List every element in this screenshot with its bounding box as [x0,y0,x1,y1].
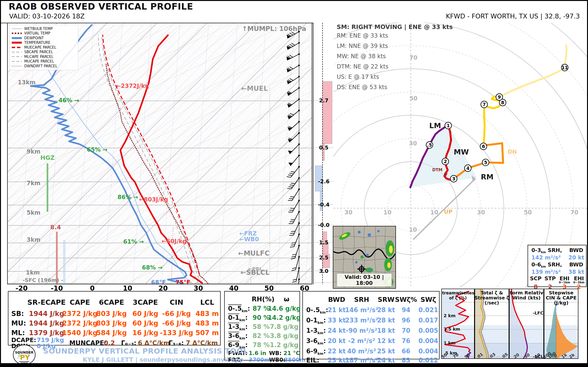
hodo-label-MW: MW [454,148,469,156]
bwd-0-6-label: BWD [569,262,583,267]
bwd-0-3-value: 20 kt [568,254,584,261]
legend-label: VIRTUAL TEMP [24,31,50,35]
kin-value: 24 kt [328,327,346,334]
kin-value: 18 kt [377,327,395,334]
thermo-header: 6CAPE [99,298,124,306]
skewt-annotation: -SFC (196m) - [23,277,63,283]
svg-text:6: 6 [482,144,485,149]
profile-dwndrft [172,227,173,284]
thermo-header: SR-ECAPE [27,298,66,306]
thermodynamics-table: SR-ECAPECAPE6CAPE3CAPECINLCLSB:1944 J/kg… [8,291,221,345]
legend-label: DEWPOINT [24,36,44,40]
legend-swatch-icon [12,37,22,39]
kin-header: SWζ [420,296,436,303]
kin-value: 96 [402,317,410,324]
thermo-value: 16 J/kg [132,329,158,337]
skewt-annotation: 46% → [59,97,79,104]
ring-label: 10 [383,209,391,216]
srh-summary-box: 0-3km SRH, BWD 142 m²/s² 20 kt 0-6km SRH… [527,245,587,287]
bwd-0-6-value: 38 kt [568,269,584,275]
storm-motion-lines: RM: ENE @ 33 ktsLM: NNE @ 39 ktsMW: NE @… [337,32,453,91]
mini-panel-ylabel: 1.5 km [444,326,460,332]
kin-value: -2 m²/s² [348,337,375,344]
mini-panel-2: Storm RelativeWind (kts)203040-LFC-LCL [509,289,544,359]
mini-panel-chart: Total ζ &Streamwise ζ(/sec).01.03.05 [475,289,509,358]
thermo-row-label: SB: [11,310,24,318]
advection-value: -0.0 [318,222,329,228]
legend-swatch-icon [12,66,22,66]
svg-text:4: 4 [466,166,469,171]
thermo-value: 1944 J/kg [29,310,64,318]
kin-value: -90 m²/s² [346,327,377,334]
mini-panel-title: of ζ (%) [449,296,467,300]
skewt-annotation: 65% → [87,146,107,153]
storm-motion-line: MW: NE @ 38 kts [337,53,453,60]
mixing-ratio-value: 3.8 g/kg [270,332,298,340]
logo-text-py: PY [20,354,30,361]
kin-value: 24 kt [377,357,395,364]
thermo-row-label: MU: [11,319,26,327]
skewt-annotation: ←60J/kg [162,238,187,245]
svg-text:3: 3 [452,176,455,181]
thermo-value: 1944 J/kg [29,319,64,327]
advection-value: 2.7 [319,98,329,103]
skewt-annotation: ←MULFC [238,249,269,257]
skewt-annotation: ←803J/kg [139,196,168,203]
skewt-annotation: 61% → [123,238,144,245]
wind-barb-column [285,28,300,284]
height-km-label: 5km [27,209,41,216]
mini-panel-title: (J/kg) [554,300,569,306]
storm-motion-title: SM: RIGHT MOVING | ENE @ 33 kts [337,24,453,30]
thermo-value: -66 J/kg [162,310,191,318]
hodo-label-DTM: DTM [432,167,442,172]
ring-label: 10 [409,226,417,233]
hodo-seg-ltyellow [499,45,567,97]
advection-value: 1.5 [319,240,329,246]
valid-datetime: VALID: 03-10-2026 18Z [9,12,85,20]
srh-0-6-label: 0-6km SRH, [531,262,562,268]
kin-value: 70 [402,327,410,334]
storm-motion-line: DS: ENE @ 53 kts [337,84,453,91]
wind-barb-icon [286,119,300,132]
legend-item: MLCAPE PARCEL [12,54,76,59]
legend-label: TEMPERATURE [24,41,50,45]
kin-header: SWζ% [395,296,417,303]
omega-header: ω [284,295,289,303]
layer-label: EIL: [306,357,319,364]
advection-bar [322,82,332,144]
muncape-value: 0.2 [104,340,115,347]
mini-panel-0: Streamwisenessof ζ (%)5070902 km1.5 km1 … [441,289,475,359]
kin-value: 76 [402,337,410,344]
mini-panel-title: Total ζ & [481,290,503,295]
layer-label: 0-.5km: [228,305,250,313]
ring-label: 30 [409,140,417,147]
thermo-value: 803 J/kg [96,310,127,318]
svg-text:7: 7 [483,102,486,107]
thermo-value: 803 J/kg [96,319,127,327]
srh-area-fill [410,125,476,187]
skewt-annotation: HGZ [40,154,55,161]
thermo-value: 507 m [195,329,219,337]
svg-text:11: 11 [562,65,568,70]
kin-value: 83 [402,357,410,364]
wb0-label: WB0: [269,357,285,363]
legend-label: MUECAPE PARCEL [24,45,56,50]
thermo-value: 60 J/kg [132,319,158,327]
skewt-annotation: ←WB0 [239,236,259,243]
thermo-row-label: ML: [11,329,25,337]
footer-tool-name: SOUNDERPY VERTICAL PROFILE ANALYSIS TOOL [43,347,248,355]
legend-item: VIRTUAL TEMP [12,31,76,36]
hodo-label-LM: LM [429,121,441,130]
legend-label: MUCAPE PARCEL [24,59,54,64]
kin-value: 0.004 [418,348,438,355]
height-km-label: 1km [26,269,40,276]
skewt-diagram: 13km9km7km5km3km1km↑MUMPL: 106hPa←MUEL←2… [7,23,312,284]
thermo-value: 1379 J/kg [29,329,64,337]
advection-value: 0.5 [319,145,329,151]
rh-value: 90 % [252,314,269,321]
kin-value: 0.017 [418,317,438,324]
mini-panel-ylabel: .5 km [444,350,457,356]
mini-panel-ylabel: 1 km [444,340,456,345]
srh-0-3-label: 0-3km SRH, [531,247,562,254]
wind-barb-icon [288,153,300,166]
